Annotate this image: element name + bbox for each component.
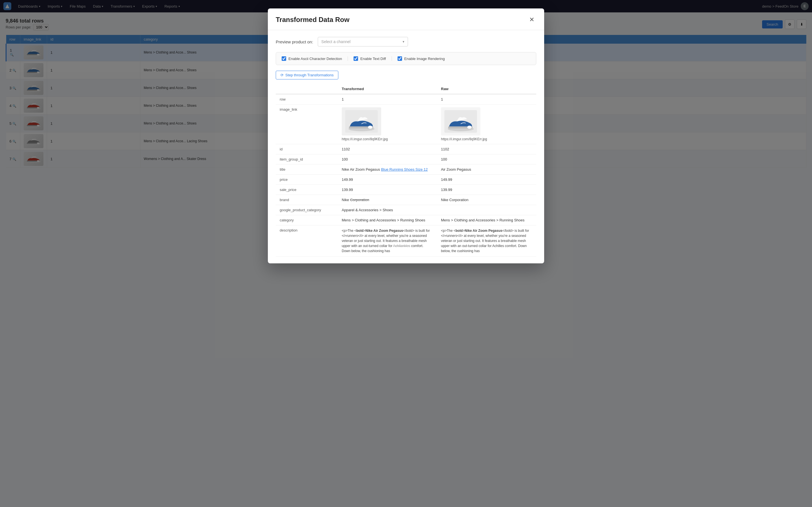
channel-label: Preview product on: (276, 40, 313, 44)
svg-point-29 (467, 126, 472, 129)
modal-overlay[interactable]: Transformed Data Row ✕ Preview product o… (0, 0, 812, 173)
field-label: row (276, 94, 338, 105)
imagerender-label: Enable Image Rendering (404, 57, 445, 61)
raw-value: 1102 (441, 147, 449, 151)
modal-header: Transformed Data Row ✕ (268, 8, 544, 30)
svg-point-25 (368, 126, 372, 129)
raw-cell: 1102 (437, 144, 536, 154)
raw-cell: https://i.imgur.com/8q9KErr.jpg (437, 105, 536, 144)
step-through-button[interactable]: ⟳ Step through Transformations (276, 71, 338, 79)
transformed-cell: 100 (338, 154, 437, 165)
channel-placeholder: Select a channel (321, 40, 351, 44)
transformed-image (342, 107, 381, 135)
imagerender-checkbox[interactable] (398, 56, 402, 61)
raw-title: Air Zoom Pegasus (441, 167, 471, 172)
options-row: Enable Ascii Character Detection Enable … (276, 52, 536, 65)
field-label: image_link (276, 105, 338, 144)
raw-cell: 100 (437, 154, 536, 165)
col-field (276, 84, 338, 94)
transformed-cell: Nike Air Zoom Pegasus Blue Running Shoes… (338, 165, 437, 174)
transformed-title: Nike Air Zoom Pegasus Blue Running Shoes… (342, 167, 428, 172)
modal-data-row: item_group_id 100 100 (276, 154, 536, 165)
field-label: item_group_id (276, 154, 338, 165)
modal-data-row: row 1 1 (276, 94, 536, 105)
chevron-down-icon: ▾ (403, 40, 404, 44)
transformed-image-url: https://i.imgur.com/8q9KErr.jpg (342, 137, 409, 141)
option-imagerender: Enable Image Rendering (398, 56, 451, 61)
ascii-checkbox[interactable] (282, 56, 286, 61)
raw-image-cell: https://i.imgur.com/8q9KErr.jpg (441, 107, 532, 141)
raw-value: 100 (441, 157, 447, 161)
col-raw: Raw (437, 84, 536, 94)
modal-data-row: title Nike Air Zoom Pegasus Blue Running… (276, 165, 536, 174)
field-label: id (276, 144, 338, 154)
textdiff-checkbox[interactable] (354, 56, 358, 61)
step-icon: ⟳ (281, 73, 284, 77)
transformed-cell: 1102 (338, 144, 437, 154)
ascii-label: Enable Ascii Character Detection (289, 57, 342, 61)
transformed-value: 100 (342, 157, 348, 161)
col-transformed: Transformed (338, 84, 437, 94)
transformed-image-cell: https://i.imgur.com/8q9KErr.jpg (342, 107, 433, 141)
raw-cell: 1 (437, 94, 536, 105)
modal-title: Transformed Data Row (276, 16, 349, 24)
transformed-cell: 1 (338, 94, 437, 105)
modal-data-table: Transformed Raw row 1 1 image_link https… (276, 84, 536, 173)
option-textdiff: Enable Text Diff (354, 56, 392, 61)
modal-body: Preview product on: Select a channel ▾ E… (268, 30, 544, 173)
transformed-value: 1 (342, 97, 344, 101)
raw-image-url: https://i.imgur.com/8q9KErr.jpg (441, 137, 509, 141)
channel-row: Preview product on: Select a channel ▾ (276, 37, 536, 47)
modal-data-row: image_link https://i.imgur.com/8q9KErr.j… (276, 105, 536, 144)
close-button[interactable]: ✕ (527, 15, 536, 24)
field-label: title (276, 165, 338, 174)
raw-image (441, 107, 480, 135)
transformed-cell: https://i.imgur.com/8q9KErr.jpg (338, 105, 437, 144)
modal-data-row: id 1102 1102 (276, 144, 536, 154)
option-ascii: Enable Ascii Character Detection (282, 56, 348, 61)
channel-select[interactable]: Select a channel ▾ (318, 37, 408, 47)
textdiff-label: Enable Text Diff (360, 57, 386, 61)
raw-cell: Air Zoom Pegasus (437, 165, 536, 174)
modal-dialog: Transformed Data Row ✕ Preview product o… (268, 8, 544, 173)
transformed-value: 1102 (342, 147, 350, 151)
raw-value: 1 (441, 97, 443, 101)
